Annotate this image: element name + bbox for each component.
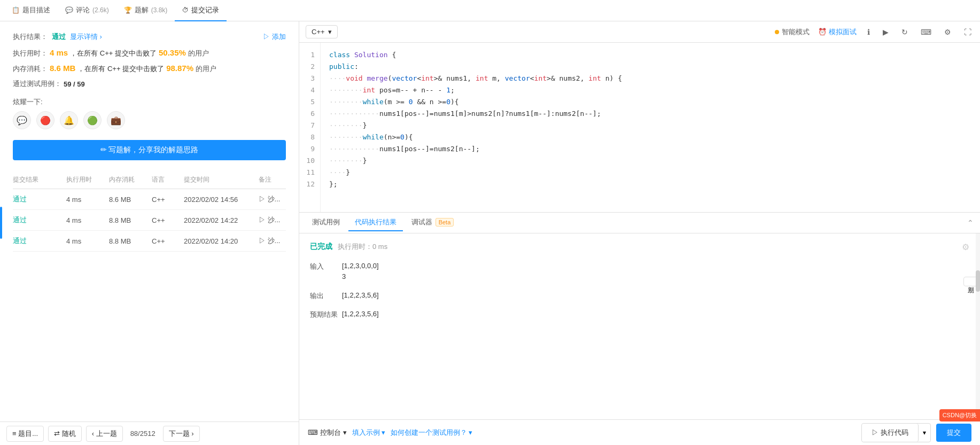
io-section: 输入 [1,2,3,0,0,0] 3 输出 [1,2,2,3,5,6] 预期结果… [310, 261, 969, 320]
top-tabs: 📋 题目描述 💬 评论 (2.6k) 🏆 题解 (3.8k) ⏱ 提交记录 [0, 0, 980, 21]
simulate-interview-button[interactable]: ⏰ 模拟面试 [818, 27, 857, 37]
code-editor[interactable]: 1 2 3 4 5 6 7 8 9 10 11 12 class Solutio… [299, 43, 980, 212]
how-to-chevron-icon: ▾ [469, 428, 472, 436]
left-panel: 执行结果： 通过 显示详情 ▷ 添加 执行用时： 4 ms ，在所有 C++ 提… [0, 21, 299, 445]
tab-exec-result-label: 代码执行结果 [355, 218, 396, 226]
linkedin-share-btn[interactable]: 💼 [107, 111, 125, 129]
input-value: [1,2,3,0,0,0] 3 [342, 261, 379, 283]
csdn-badge[interactable]: CSDN@切换 [939, 409, 980, 421]
code-line-4: ········int pos=m-- + n-- - 1; [329, 84, 971, 96]
exec-time-row: 执行用时： 4 ms ，在所有 C++ 提交中击败了 50.35% 的用户 [13, 48, 286, 58]
console-chevron: ▾ [343, 428, 347, 436]
sub-lang-2: C++ [152, 216, 184, 224]
mode-dot [775, 30, 779, 34]
main-layout: 执行结果： 通过 显示详情 ▷ 添加 执行用时： 4 ms ，在所有 C++ 提… [0, 21, 980, 445]
line-num-6: 6 [299, 108, 320, 120]
description-icon: 📋 [12, 6, 20, 14]
run-code-group: ▷ 执行代码 ▾ [861, 423, 931, 442]
sub-time-2: 4 ms [66, 216, 109, 224]
bell-share-btn[interactable]: 🔔 [60, 111, 78, 129]
solutions-badge: (3.8k) [151, 6, 168, 14]
problems-menu-button[interactable]: ≡ 题目... [6, 426, 44, 442]
info-icon[interactable]: ℹ [865, 27, 872, 37]
how-to-button[interactable]: 如何创建一个测试用例？ ▾ [391, 428, 472, 438]
refresh-icon[interactable]: ↻ [899, 27, 910, 37]
code-line-5: ········while(m >= 0 && n >=0){ [329, 96, 971, 108]
col-note: 备注 [259, 175, 291, 184]
sub-result-1[interactable]: 通过 [13, 194, 66, 204]
tab-submissions[interactable]: ⏱ 提交记录 [175, 0, 227, 21]
tab-test-cases[interactable]: 测试用例 [306, 214, 346, 231]
submit-button[interactable]: 提交 [936, 424, 971, 442]
scroll-thumb [976, 270, 980, 292]
mem-value: 8.6 MB [50, 64, 75, 73]
code-line-3: ····void merge(vector<int>& nums1, int m… [329, 73, 971, 84]
result-row: 执行结果： 通过 显示详情 ▷ 添加 [13, 32, 286, 42]
tab-solutions[interactable]: 🏆 题解 (3.8k) [116, 0, 175, 21]
weibo-share-btn[interactable]: 🔴 [36, 111, 55, 129]
sub-date-3: 2022/02/02 14:20 [184, 237, 259, 245]
code-line-9: ············nums1[pos--]=nums2[n--]; [329, 143, 971, 155]
tab-exec-result[interactable]: 代码执行结果 [348, 214, 403, 231]
left-content: 执行结果： 通过 显示详情 ▷ 添加 执行用时： 4 ms ，在所有 C++ 提… [0, 21, 299, 421]
result-detail-link[interactable]: 显示详情 [70, 32, 102, 42]
random-button[interactable]: ⇄ 随机 [48, 426, 82, 442]
fullscreen-icon[interactable]: ⛶ [962, 27, 974, 37]
exec-time-value: 4 ms [50, 48, 68, 57]
code-line-6: ············nums1[pos--]=nums1[m]>nums2[… [329, 108, 971, 120]
share-icons: 💬 🔴 🔔 🟢 💼 [13, 111, 286, 129]
test-case-label: 通过测试用例： [13, 79, 61, 89]
sub-note-3[interactable]: ▷ 沙... [259, 236, 291, 246]
result-label: 执行结果： [13, 32, 48, 42]
write-solution-button[interactable]: ✏ 写题解，分享我的解题思路 [13, 140, 286, 160]
exec-time-percent: 50.35% [159, 48, 186, 57]
exec-time-label: 执行用时： [13, 49, 48, 58]
sub-time-3: 4 ms [66, 237, 109, 245]
run-icon[interactable]: ▶ [881, 27, 891, 37]
douban-share-btn[interactable]: 🟢 [83, 111, 102, 129]
next-button[interactable]: 下一题 › [163, 426, 200, 442]
code-line-7: ········} [329, 120, 971, 131]
sub-time-1: 4 ms [66, 196, 109, 204]
fill-example-button[interactable]: 填入示例 ▾ [352, 428, 385, 438]
table-row: 通过 4 ms 8.8 MB C++ 2022/02/02 14:22 ▷ 沙.… [13, 210, 286, 231]
tab-comments[interactable]: 💬 评论 (2.6k) [58, 0, 116, 21]
sub-note-1[interactable]: ▷ 沙... [259, 194, 291, 204]
terminal-icon[interactable]: ⌨ [919, 27, 934, 37]
col-result: 提交结果 [13, 175, 66, 184]
console-button[interactable]: ⌨ 控制台 ▾ [308, 428, 347, 438]
tab-debugger[interactable]: 调试器 Beta [405, 214, 460, 231]
code-line-12: }; [329, 178, 971, 190]
tab-description[interactable]: 📋 题目描述 [4, 0, 58, 21]
code-content: class Solution { public: ····void merge(… [321, 43, 980, 212]
sub-result-3[interactable]: 通过 [13, 236, 66, 246]
tab-submissions-label: 提交记录 [191, 5, 219, 15]
settings-result-icon[interactable]: ⚙ [962, 242, 969, 252]
collapse-icon[interactable]: ⌃ [967, 218, 974, 227]
sub-lang-3: C++ [152, 237, 184, 245]
sub-date-1: 2022/02/02 14:56 [184, 196, 259, 204]
code-line-8: ········while(n>=0){ [329, 131, 971, 143]
sub-lang-1: C++ [152, 196, 184, 204]
sub-note-2[interactable]: ▷ 沙... [259, 215, 291, 225]
sub-mem-1: 8.6 MB [109, 196, 152, 204]
run-code-button[interactable]: ▷ 执行代码 [862, 424, 919, 442]
settings-icon[interactable]: ⚙ [942, 27, 953, 37]
output-row: 输出 [1,2,2,3,5,6] [310, 290, 969, 301]
sub-result-2[interactable]: 通过 [13, 215, 66, 225]
right-panel: C++ ▾ 智能模式 ⏰ 模拟面试 ℹ ▶ ↻ ⌨ ⚙ ⛶ [299, 21, 980, 445]
line-num-2: 2 [299, 61, 320, 73]
right-scrollbar[interactable] [976, 233, 980, 420]
expected-value: [1,2,2,3,5,6] [342, 309, 379, 320]
smart-mode-indicator: 智能模式 [775, 27, 810, 37]
prev-button[interactable]: ‹ 上一题 [86, 426, 123, 442]
test-result-panel: 已完成 执行用时：0 ms ⚙ 输入 [1,2,3,0,0,0] 3 输出 [1… [299, 233, 980, 420]
wechat-share-btn[interactable]: 💬 [13, 111, 31, 129]
add-button[interactable]: ▷ 添加 [263, 32, 286, 42]
completed-row: 已完成 执行用时：0 ms ⚙ [310, 242, 969, 252]
mem-percent: 98.87% [166, 64, 193, 73]
col-date: 提交时间 [184, 175, 259, 184]
code-line-2: public: [329, 61, 971, 73]
language-selector[interactable]: C++ ▾ [306, 25, 338, 38]
run-dropdown-button[interactable]: ▾ [919, 425, 930, 441]
